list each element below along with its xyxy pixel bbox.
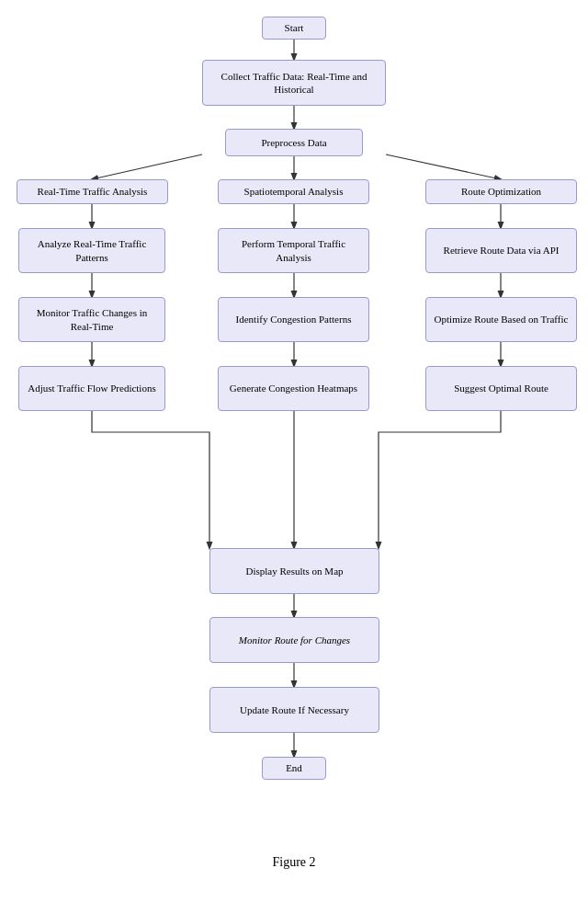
preprocess-node: Preprocess Data (225, 129, 363, 156)
start-node: Start (262, 17, 326, 40)
realtime-analysis-node: Real-Time Traffic Analysis (17, 179, 168, 204)
monitor-traffic-node: Monitor Traffic Changes in Real-Time (18, 297, 165, 342)
spatiotemporal-node: Spatiotemporal Analysis (218, 179, 369, 204)
end-node: End (262, 757, 326, 780)
svg-line-4 (386, 154, 501, 179)
display-results-node: Display Results on Map (209, 548, 379, 594)
retrieve-route-node: Retrieve Route Data via API (425, 228, 577, 273)
flowchart: Start Collect Traffic Data: Real-Time an… (0, 0, 588, 846)
identify-congestion-node: Identify Congestion Patterns (218, 297, 369, 342)
generate-heatmaps-node: Generate Congestion Heatmaps (218, 366, 369, 411)
update-route-node: Update Route If Necessary (209, 687, 379, 733)
optimize-route-node: Optimize Route Based on Traffic (425, 297, 577, 342)
monitor-route-node: Monitor Route for Changes (209, 617, 379, 663)
analyze-patterns-node: Analyze Real-Time Traffic Patterns (18, 228, 165, 273)
suggest-route-node: Suggest Optimal Route (425, 366, 577, 411)
route-opt-node: Route Optimization (425, 179, 577, 204)
collect-node: Collect Traffic Data: Real-Time and Hist… (202, 60, 386, 106)
svg-line-2 (92, 154, 202, 179)
adjust-flow-node: Adjust Traffic Flow Predictions (18, 366, 165, 411)
temporal-traffic-node: Perform Temporal Traffic Analysis (218, 228, 369, 273)
figure-caption: Figure 2 (0, 855, 588, 888)
